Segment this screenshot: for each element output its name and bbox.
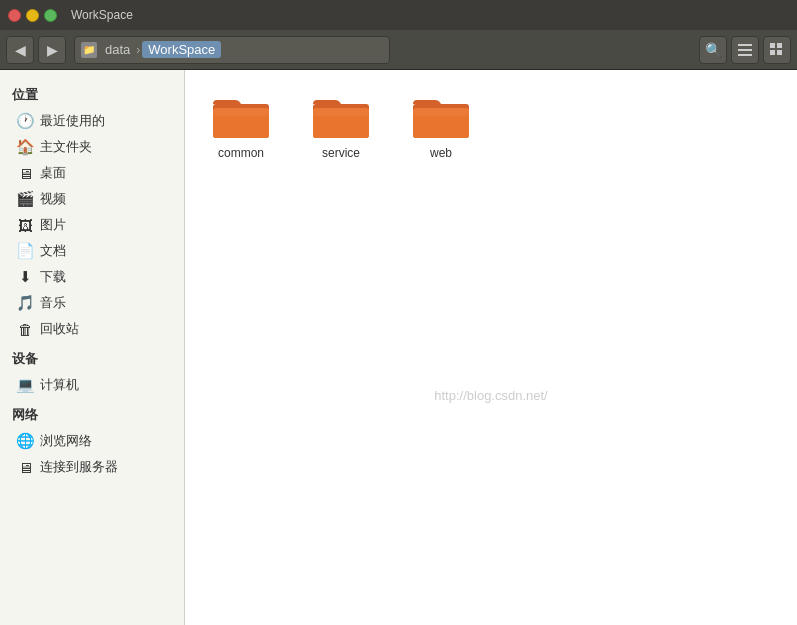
svg-rect-15	[413, 108, 469, 116]
folder-icon	[211, 90, 271, 142]
file-item[interactable]: service	[301, 86, 381, 164]
sidebar-item-label: 图片	[40, 216, 66, 234]
folder-icon	[311, 90, 371, 142]
sidebar-item-icon: 🖥	[16, 459, 34, 476]
sidebar-item[interactable]: ⬇下载	[0, 264, 184, 290]
window-title: WorkSpace	[71, 8, 133, 22]
titlebar: WorkSpace	[0, 0, 797, 30]
sidebar-item[interactable]: 🖼图片	[0, 212, 184, 238]
sidebar-item[interactable]: 💻计算机	[0, 372, 184, 398]
sidebar-item-icon: 🎬	[16, 190, 34, 208]
sidebar-item-label: 视频	[40, 190, 66, 208]
sidebar-item-icon: 💻	[16, 376, 34, 394]
grid-view-button[interactable]	[763, 36, 791, 64]
sidebar-item[interactable]: 🕐最近使用的	[0, 108, 184, 134]
sidebar-item[interactable]: 🎵音乐	[0, 290, 184, 316]
minimize-button[interactable]	[26, 9, 39, 22]
sidebar-item[interactable]: 🌐浏览网络	[0, 428, 184, 454]
sidebar-item[interactable]: 📄文档	[0, 238, 184, 264]
sidebar-item-icon: 🖼	[16, 217, 34, 234]
sidebar-item-label: 最近使用的	[40, 112, 105, 130]
svg-rect-1	[738, 49, 752, 51]
file-area[interactable]: common service web http://blog.csdn.net/	[185, 70, 797, 625]
sidebar-item-icon: 🎵	[16, 294, 34, 312]
svg-rect-2	[738, 54, 752, 56]
breadcrumb[interactable]: 📁 data › WorkSpace	[74, 36, 390, 64]
breadcrumb-icon: 📁	[81, 42, 97, 58]
sidebar-item-icon: ⬇	[16, 268, 34, 286]
sidebar-section-label: 网络	[0, 398, 184, 428]
sidebar-item-label: 下载	[40, 268, 66, 286]
file-item[interactable]: web	[401, 86, 481, 164]
back-button[interactable]: ◀	[6, 36, 34, 64]
sidebar: 位置🕐最近使用的🏠主文件夹🖥桌面🎬视频🖼图片📄文档⬇下载🎵音乐🗑回收站设备💻计算…	[0, 70, 185, 625]
files-grid: common service web	[201, 86, 781, 164]
breadcrumb-data[interactable]: data	[101, 42, 134, 57]
file-label: common	[218, 146, 264, 160]
folder-icon	[411, 90, 471, 142]
toolbar-right: 🔍	[699, 36, 791, 64]
sidebar-item-label: 浏览网络	[40, 432, 92, 450]
file-label: web	[430, 146, 452, 160]
sidebar-item-icon: 🌐	[16, 432, 34, 450]
svg-rect-6	[777, 50, 782, 55]
sidebar-item-icon: 🕐	[16, 112, 34, 130]
svg-rect-9	[213, 108, 269, 116]
list-view-button[interactable]	[731, 36, 759, 64]
sidebar-item-label: 音乐	[40, 294, 66, 312]
sidebar-item[interactable]: 🖥桌面	[0, 160, 184, 186]
close-button[interactable]	[8, 9, 21, 22]
sidebar-item[interactable]: 🎬视频	[0, 186, 184, 212]
sidebar-item-icon: 📄	[16, 242, 34, 260]
sidebar-item-icon: 🖥	[16, 165, 34, 182]
toolbar: ◀ ▶ 📁 data › WorkSpace 🔍	[0, 30, 797, 70]
file-item[interactable]: common	[201, 86, 281, 164]
forward-button[interactable]: ▶	[38, 36, 66, 64]
svg-rect-0	[738, 44, 752, 46]
file-label: service	[322, 146, 360, 160]
svg-rect-12	[313, 108, 369, 116]
watermark: http://blog.csdn.net/	[434, 388, 547, 403]
svg-rect-3	[770, 43, 775, 48]
sidebar-section-label: 位置	[0, 78, 184, 108]
sidebar-item-label: 文档	[40, 242, 66, 260]
sidebar-item[interactable]: 🖥连接到服务器	[0, 454, 184, 480]
svg-rect-4	[777, 43, 782, 48]
sidebar-item-label: 连接到服务器	[40, 458, 118, 476]
maximize-button[interactable]	[44, 9, 57, 22]
sidebar-item[interactable]: 🏠主文件夹	[0, 134, 184, 160]
traffic-lights	[8, 9, 57, 22]
search-button[interactable]: 🔍	[699, 36, 727, 64]
sidebar-section-label: 设备	[0, 342, 184, 372]
sidebar-item-icon: 🗑	[16, 321, 34, 338]
main-container: 位置🕐最近使用的🏠主文件夹🖥桌面🎬视频🖼图片📄文档⬇下载🎵音乐🗑回收站设备💻计算…	[0, 70, 797, 625]
sidebar-item-icon: 🏠	[16, 138, 34, 156]
sidebar-item-label: 桌面	[40, 164, 66, 182]
sidebar-item-label: 回收站	[40, 320, 79, 338]
svg-rect-5	[770, 50, 775, 55]
breadcrumb-separator: ›	[136, 43, 140, 57]
sidebar-item-label: 计算机	[40, 376, 79, 394]
breadcrumb-workspace[interactable]: WorkSpace	[142, 41, 221, 58]
sidebar-item[interactable]: 🗑回收站	[0, 316, 184, 342]
sidebar-item-label: 主文件夹	[40, 138, 92, 156]
